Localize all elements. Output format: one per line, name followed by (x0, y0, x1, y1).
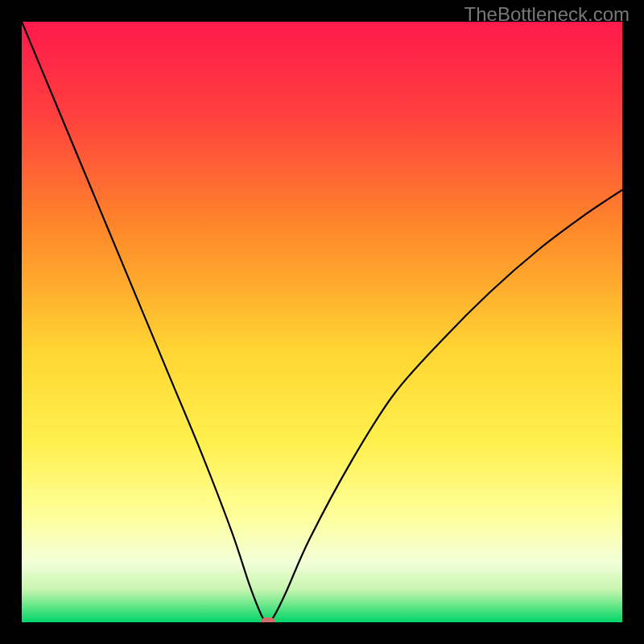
watermark-text: TheBottleneck.com (464, 3, 630, 26)
bottleneck-curve (22, 22, 622, 622)
optimum-marker (261, 617, 275, 622)
plot-area (22, 22, 622, 622)
